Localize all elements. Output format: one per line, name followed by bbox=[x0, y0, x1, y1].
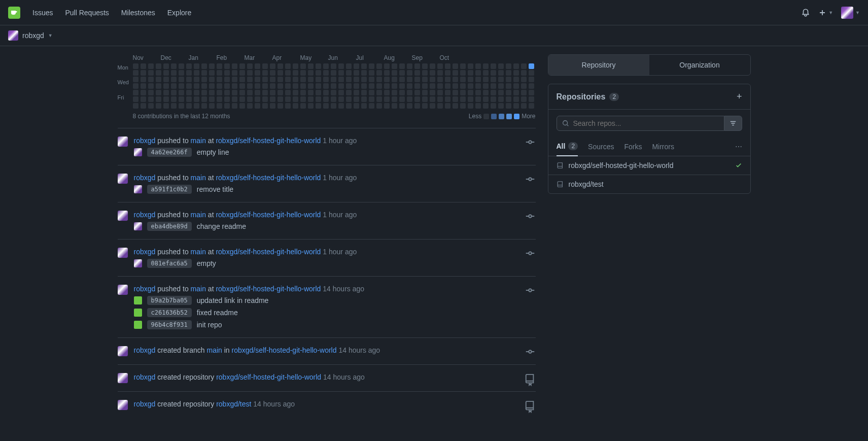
heatmap-cell[interactable] bbox=[445, 103, 450, 109]
heatmap-cell[interactable] bbox=[179, 90, 184, 95]
heatmap-cell[interactable] bbox=[384, 90, 390, 95]
heatmap-cell[interactable] bbox=[437, 63, 443, 69]
heatmap-cell[interactable] bbox=[179, 63, 184, 69]
heatmap-cell[interactable] bbox=[430, 90, 435, 95]
heatmap-cell[interactable] bbox=[346, 63, 352, 69]
user-link[interactable]: robxgd bbox=[134, 400, 156, 408]
heatmap-cell[interactable] bbox=[194, 103, 199, 109]
branch-link[interactable]: main bbox=[191, 137, 206, 145]
heatmap-cell[interactable] bbox=[369, 90, 374, 95]
heatmap-cell[interactable] bbox=[133, 70, 138, 76]
heatmap-cell[interactable] bbox=[384, 70, 390, 76]
heatmap-cell[interactable] bbox=[316, 77, 321, 82]
heatmap-cell[interactable] bbox=[331, 70, 336, 76]
heatmap-cell[interactable] bbox=[460, 63, 466, 69]
heatmap-cell[interactable] bbox=[491, 63, 496, 69]
heatmap-cell[interactable] bbox=[498, 70, 504, 76]
branch-link[interactable]: main bbox=[191, 211, 206, 219]
heatmap-cell[interactable] bbox=[521, 90, 527, 95]
heatmap-cell[interactable] bbox=[392, 96, 397, 102]
heatmap-cell[interactable] bbox=[277, 90, 283, 95]
heatmap-cell[interactable] bbox=[171, 77, 177, 82]
user-link[interactable]: robxgd bbox=[134, 373, 156, 381]
heatmap-cell[interactable] bbox=[513, 70, 519, 76]
tab-repository[interactable]: Repository bbox=[548, 55, 649, 75]
heatmap-cell[interactable] bbox=[133, 103, 138, 109]
heatmap-cell[interactable] bbox=[277, 103, 283, 109]
heatmap-cell[interactable] bbox=[399, 83, 405, 89]
heatmap-cell[interactable] bbox=[156, 77, 161, 82]
heatmap-grid[interactable] bbox=[133, 63, 536, 109]
heatmap-cell[interactable] bbox=[331, 83, 336, 89]
heatmap-cell[interactable] bbox=[521, 63, 527, 69]
heatmap-cell[interactable] bbox=[270, 83, 275, 89]
new-repo-button[interactable]: + bbox=[737, 91, 742, 102]
heatmap-cell[interactable] bbox=[460, 83, 466, 89]
heatmap-cell[interactable] bbox=[453, 83, 458, 89]
heatmap-cell[interactable] bbox=[392, 77, 397, 82]
create-menu[interactable]: ▼ bbox=[818, 9, 833, 17]
heatmap-cell[interactable] bbox=[338, 90, 344, 95]
heatmap-cell[interactable] bbox=[232, 77, 237, 82]
nav-milestones[interactable]: Milestones bbox=[121, 9, 155, 17]
heatmap-cell[interactable] bbox=[209, 90, 215, 95]
heatmap-cell[interactable] bbox=[217, 96, 222, 102]
heatmap-cell[interactable] bbox=[361, 103, 367, 109]
tab-organization[interactable]: Organization bbox=[649, 55, 750, 75]
heatmap-cell[interactable] bbox=[506, 90, 511, 95]
heatmap-cell[interactable] bbox=[148, 90, 154, 95]
heatmap-cell[interactable] bbox=[277, 63, 283, 69]
heatmap-cell[interactable] bbox=[323, 83, 329, 89]
heatmap-cell[interactable] bbox=[239, 70, 245, 76]
heatmap-cell[interactable] bbox=[475, 63, 481, 69]
heatmap-cell[interactable] bbox=[293, 96, 298, 102]
heatmap-cell[interactable] bbox=[331, 90, 336, 95]
heatmap-cell[interactable] bbox=[346, 77, 352, 82]
heatmap-cell[interactable] bbox=[399, 90, 405, 95]
heatmap-cell[interactable] bbox=[285, 103, 291, 109]
heatmap-cell[interactable] bbox=[521, 77, 527, 82]
heatmap-cell[interactable] bbox=[133, 83, 138, 89]
heatmap-cell[interactable] bbox=[453, 103, 458, 109]
heatmap-cell[interactable] bbox=[194, 70, 199, 76]
heatmap-cell[interactable] bbox=[407, 77, 412, 82]
heatmap-cell[interactable] bbox=[483, 77, 489, 82]
heatmap-cell[interactable] bbox=[163, 83, 169, 89]
heatmap-cell[interactable] bbox=[323, 70, 329, 76]
heatmap-cell[interactable] bbox=[430, 96, 435, 102]
heatmap-cell[interactable] bbox=[529, 63, 534, 69]
heatmap-cell[interactable] bbox=[255, 83, 260, 89]
heatmap-cell[interactable] bbox=[232, 103, 237, 109]
heatmap-cell[interactable] bbox=[338, 96, 344, 102]
heatmap-cell[interactable] bbox=[498, 77, 504, 82]
filter-button[interactable] bbox=[724, 116, 742, 131]
heatmap-cell[interactable] bbox=[186, 77, 192, 82]
heatmap-cell[interactable] bbox=[422, 103, 428, 109]
repo-link[interactable]: robxgd/self-hosted-git-hello-world bbox=[216, 211, 321, 219]
heatmap-cell[interactable] bbox=[430, 77, 435, 82]
heatmap-cell[interactable] bbox=[293, 63, 298, 69]
heatmap-cell[interactable] bbox=[293, 90, 298, 95]
heatmap-cell[interactable] bbox=[475, 90, 481, 95]
heatmap-cell[interactable] bbox=[407, 83, 412, 89]
heatmap-cell[interactable] bbox=[277, 70, 283, 76]
heatmap-cell[interactable] bbox=[430, 103, 435, 109]
heatmap-cell[interactable] bbox=[308, 90, 314, 95]
heatmap-cell[interactable] bbox=[148, 70, 154, 76]
commit-sha[interactable]: c261636b52 bbox=[147, 308, 192, 317]
heatmap-cell[interactable] bbox=[148, 96, 154, 102]
heatmap-cell[interactable] bbox=[308, 63, 314, 69]
heatmap-cell[interactable] bbox=[453, 90, 458, 95]
heatmap-cell[interactable] bbox=[232, 96, 237, 102]
heatmap-cell[interactable] bbox=[445, 90, 450, 95]
heatmap-cell[interactable] bbox=[171, 70, 177, 76]
heatmap-cell[interactable] bbox=[521, 70, 527, 76]
heatmap-cell[interactable] bbox=[369, 96, 374, 102]
heatmap-cell[interactable] bbox=[270, 103, 275, 109]
heatmap-cell[interactable] bbox=[445, 83, 450, 89]
heatmap-cell[interactable] bbox=[239, 96, 245, 102]
heatmap-cell[interactable] bbox=[141, 96, 146, 102]
heatmap-cell[interactable] bbox=[369, 77, 374, 82]
heatmap-cell[interactable] bbox=[201, 83, 207, 89]
heatmap-cell[interactable] bbox=[384, 103, 390, 109]
